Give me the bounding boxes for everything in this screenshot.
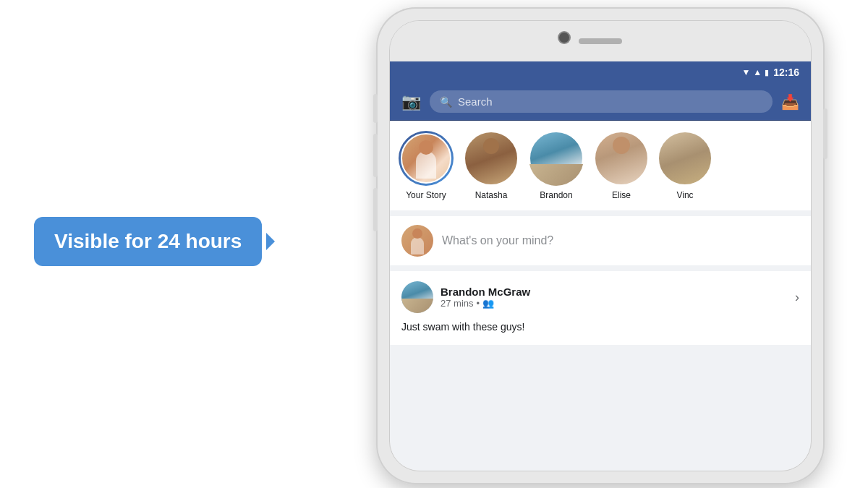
natasha-story-image [464,131,519,186]
post-time: 27 mins • 👥 [441,298,788,309]
story-elise[interactable]: Elise [592,131,650,200]
your-story-avatar [399,131,454,186]
brandon-story-label: Brandon [540,190,572,200]
post-header: Brandon McGraw 27 mins • 👥 › [401,281,799,313]
your-story-image [401,133,451,184]
natasha-story-avatar [464,131,519,186]
phone-top-bar [390,21,811,61]
post-text: Just swam with these guys! [401,320,799,335]
user-avatar [401,225,433,257]
post-dot-separator: • [477,298,480,309]
post-author-name: Brandon McGraw [441,286,788,298]
your-story-label: Your Story [406,190,446,200]
brandon-story-avatar [529,131,584,186]
volume-up-button [373,134,378,177]
front-camera [559,33,569,43]
post-meta: Brandon McGraw 27 mins • 👥 [441,286,788,309]
story-brandon[interactable]: Brandon [527,131,585,200]
signal-icon: ▲ [753,67,762,77]
search-placeholder: Search [458,95,493,108]
facebook-header: 📷 🔍 Search 📥 [390,83,811,121]
status-placeholder[interactable]: What's on your mind? [442,234,553,247]
story-your[interactable]: Your Story [397,131,455,200]
power-button [823,108,827,159]
volume-down-button [373,188,378,231]
vin-story-image [658,131,712,186]
natasha-story-label: Natasha [475,190,508,200]
search-bar[interactable]: 🔍 Search [430,90,773,113]
status-icons: ▼ ▲ ▮ [741,67,769,77]
post-item: Brandon McGraw 27 mins • 👥 › Just swam w… [390,271,811,345]
battery-icon: ▮ [765,68,769,77]
post-options-chevron[interactable]: › [795,290,799,305]
messenger-icon[interactable]: 📥 [781,93,799,111]
post-author-avatar [401,281,433,313]
wifi-icon: ▼ [741,67,750,77]
status-bar: ▼ ▲ ▮ 12:16 [390,61,811,83]
brandon-story-image [529,131,584,186]
elise-story-label: Elise [612,190,631,200]
search-icon: 🔍 [440,96,452,108]
elise-story-image [594,131,649,186]
post-audience-icon: 👥 [482,298,494,309]
tooltip-bubble: Visible for 24 hours [34,217,262,266]
story-vin[interactable]: Vinc [658,131,712,200]
tooltip-text: Visible for 24 hours [54,230,242,252]
vin-story-avatar [658,131,712,186]
story-natasha[interactable]: Natasha [462,131,520,200]
camera-icon[interactable]: 📷 [401,93,421,111]
volume-silent-button [373,94,378,123]
earpiece-speaker [579,38,622,44]
stories-section: Your Story Natasha Brandon [390,121,811,216]
elise-story-avatar [594,131,649,186]
status-time: 12:16 [773,67,799,78]
phone-frame: ▼ ▲ ▮ 12:16 📷 🔍 Search 📥 [376,7,825,484]
post-time-text: 27 mins [441,298,474,309]
phone-screen: ▼ ▲ ▮ 12:16 📷 🔍 Search 📥 [390,61,811,471]
phone-inner: ▼ ▲ ▮ 12:16 📷 🔍 Search 📥 [389,20,812,471]
vin-story-label: Vinc [676,190,693,200]
status-update-box[interactable]: What's on your mind? [390,216,811,271]
